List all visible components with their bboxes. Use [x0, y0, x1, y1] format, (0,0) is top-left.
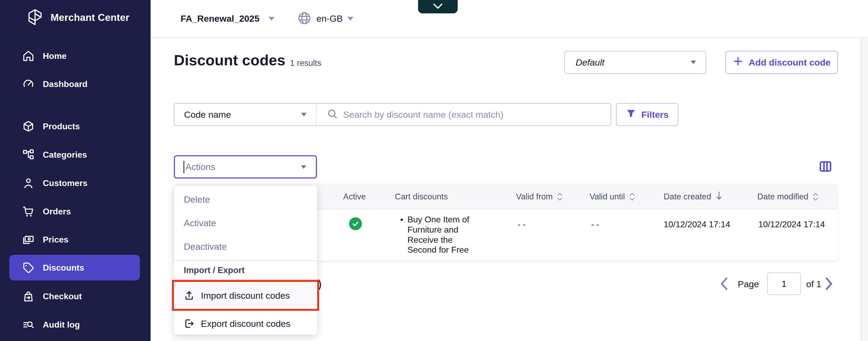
- sort-desc-icon: [715, 191, 723, 203]
- sidebar-item-home[interactable]: Home: [9, 43, 140, 69]
- sidebar-item-audit-log[interactable]: Audit log: [9, 312, 140, 338]
- search-box: [316, 103, 611, 126]
- locale-value: en-GB: [316, 13, 343, 24]
- audit-icon: [22, 318, 35, 331]
- funnel-icon: [626, 108, 637, 121]
- filters-label: Filters: [641, 110, 669, 120]
- sidebar-item-label: Checkout: [43, 291, 82, 302]
- sidebar-item-checkout[interactable]: Checkout: [9, 283, 140, 309]
- column-header-valid-until[interactable]: Valid until: [590, 184, 636, 209]
- chevron-down-icon: [301, 165, 306, 169]
- menu-item-activate[interactable]: Activate: [174, 211, 317, 235]
- search-input[interactable]: [343, 110, 605, 120]
- home-icon: [22, 50, 35, 62]
- dashboard-icon: [22, 78, 35, 90]
- filters-button[interactable]: Filters: [616, 103, 678, 126]
- sidebar-item-label: Audit log: [43, 320, 80, 330]
- merchant-center-app: Merchant Center Home Dashboard Products: [0, 0, 868, 341]
- active-check-icon: [349, 217, 362, 230]
- banknote-icon: [22, 233, 35, 246]
- chevron-down-icon: [301, 113, 307, 116]
- chevron-down-icon: [691, 61, 696, 64]
- cube-icon: [22, 120, 35, 133]
- column-header-active: Active: [343, 184, 366, 209]
- page-title: Discount codes: [174, 51, 285, 69]
- valid-from-cell: - -: [518, 220, 526, 229]
- chevron-down-icon: [269, 17, 274, 21]
- sidebar-item-label: Discounts: [43, 263, 84, 273]
- sidebar: Merchant Center Home Dashboard Products: [0, 0, 151, 341]
- appbar-expand-button[interactable]: [418, 0, 458, 13]
- sidebar-item-label: Dashboard: [43, 79, 88, 89]
- sidebar-item-products[interactable]: Products: [9, 113, 140, 139]
- page-of-label: of 1: [806, 279, 822, 289]
- add-discount-code-button[interactable]: Add discount code: [725, 51, 838, 74]
- menu-item-import-discount-codes[interactable]: Import discount codes: [174, 280, 317, 311]
- add-discount-code-label: Add discount code: [749, 57, 831, 68]
- view-selector-dropdown[interactable]: Default: [564, 51, 706, 74]
- menu-item-delete[interactable]: Delete: [174, 188, 317, 211]
- actions-menu: Delete Activate Deactivate Import / Expo…: [174, 186, 317, 335]
- project-name: FA_Renewal_2025: [181, 13, 259, 24]
- tag-icon: [22, 261, 35, 274]
- date-created-cell: 10/12/2024 17:14: [664, 220, 730, 229]
- sidebar-item-customers[interactable]: Customers: [9, 170, 140, 196]
- sidebar-item-prices[interactable]: Prices: [9, 227, 140, 252]
- bullet: •: [400, 215, 403, 255]
- column-settings-button[interactable]: [819, 161, 832, 173]
- obscured-text-fragment: ): [318, 277, 322, 291]
- locale-selector[interactable]: en-GB: [297, 0, 353, 37]
- page-label: Page: [738, 279, 759, 289]
- upload-icon: [183, 290, 195, 302]
- column-header-cart-discounts: Cart discounts: [395, 184, 448, 209]
- sidebar-item-label: Orders: [43, 207, 71, 217]
- valid-until-cell: - -: [591, 220, 599, 229]
- chevron-down-icon: [347, 17, 353, 21]
- scrollbar-track[interactable]: [861, 38, 868, 341]
- sort-icon: [556, 192, 563, 201]
- menu-item-export-discount-codes[interactable]: Export discount codes: [174, 312, 317, 335]
- menu-item-deactivate[interactable]: Deactivate: [174, 235, 317, 258]
- project-selector[interactable]: FA_Renewal_2025: [181, 0, 274, 37]
- sidebar-item-label: Products: [43, 121, 80, 132]
- cube-logo-icon: [25, 7, 45, 28]
- actions-placeholder: Actions: [185, 162, 215, 172]
- date-modified-cell: 10/12/2024 17:14: [758, 220, 825, 229]
- search-field-value: Code name: [184, 110, 231, 120]
- actions-dropdown[interactable]: Actions: [174, 155, 317, 178]
- globe-icon: [297, 11, 312, 27]
- sidebar-item-label: Customers: [43, 178, 88, 188]
- topbar: FA_Renewal_2025 en-GB MJ: [151, 0, 868, 38]
- search-icon: [327, 108, 338, 121]
- menu-section-header: Import / Export: [184, 265, 245, 275]
- menu-divider: [174, 279, 317, 280]
- columns-icon: [819, 161, 832, 173]
- page-number-input[interactable]: [767, 273, 801, 295]
- sort-icon: [812, 192, 819, 201]
- sidebar-item-orders[interactable]: Orders: [9, 199, 140, 224]
- sidebar-item-categories[interactable]: Categories: [9, 142, 140, 168]
- app-logo[interactable]: Merchant Center: [25, 7, 129, 28]
- next-page-button[interactable]: [825, 276, 834, 292]
- column-header-date-modified[interactable]: Date modified: [757, 184, 819, 209]
- text-cursor: [184, 161, 184, 173]
- previous-page-button[interactable]: [719, 276, 728, 292]
- cart-discount-name: Buy One Item of Furniture and Receive th…: [407, 215, 475, 255]
- sidebar-item-label: Prices: [43, 235, 68, 245]
- menu-divider: [174, 260, 317, 261]
- app-title: Merchant Center: [51, 12, 129, 23]
- results-count: 1 results: [290, 58, 321, 68]
- sidebar-item-label: Home: [43, 51, 67, 61]
- sidebar-item-label: Categories: [43, 150, 87, 160]
- sort-icon: [629, 192, 636, 201]
- sidebar-item-dashboard[interactable]: Dashboard: [9, 71, 140, 97]
- cart-icon: [22, 205, 35, 218]
- sidebar-item-discounts[interactable]: Discounts: [9, 255, 140, 281]
- search-field-dropdown[interactable]: Code name: [174, 103, 316, 126]
- person-icon: [22, 177, 35, 190]
- view-selector-value: Default: [576, 57, 604, 68]
- chevron-down-icon: [432, 2, 444, 11]
- categories-icon: [22, 148, 35, 161]
- column-header-valid-from[interactable]: Valid from: [516, 184, 563, 209]
- column-header-date-created[interactable]: Date created: [664, 184, 723, 209]
